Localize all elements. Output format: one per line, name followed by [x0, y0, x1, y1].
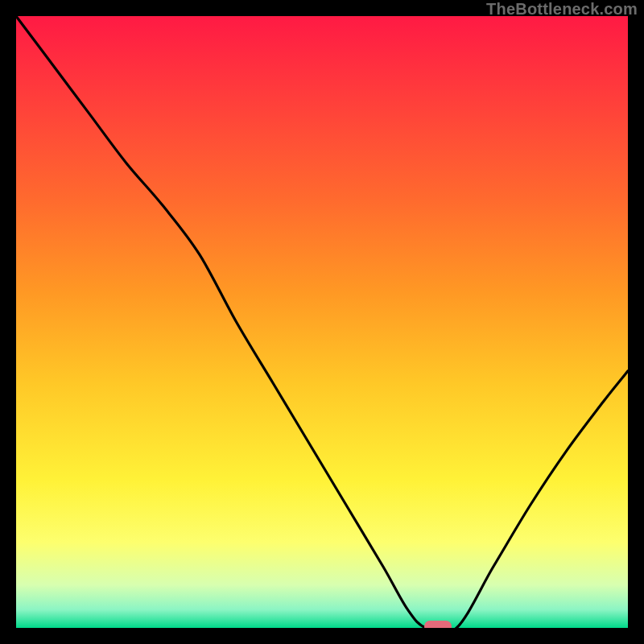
bottleneck-curve: [16, 16, 628, 628]
chart-frame: TheBottleneck.com: [0, 0, 644, 644]
optimal-marker: [424, 621, 452, 628]
plot-area: [16, 16, 628, 628]
